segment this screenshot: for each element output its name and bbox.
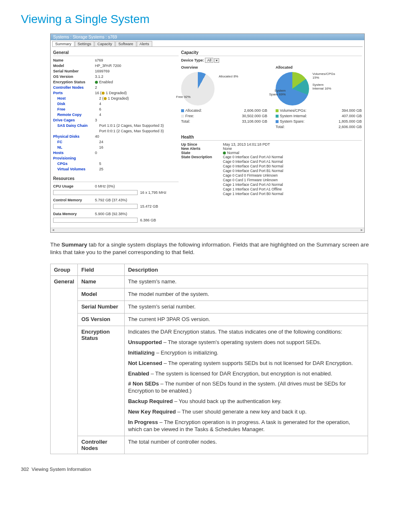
general-value: Enabled [95, 80, 179, 85]
health-value: Cage 0 Interface Card Port A0 NormalCage… [223, 155, 362, 196]
legend-name: Total: [181, 119, 190, 124]
general-key[interactable]: Provisioning [53, 156, 95, 161]
general-key[interactable]: CPGs [53, 161, 99, 167]
tab-alerts[interactable]: Alerts [137, 41, 152, 46]
general-value: 5 [99, 161, 179, 167]
device-type-select[interactable]: All [205, 58, 213, 63]
dm-right: 6.386 GB [140, 218, 156, 222]
table-field-cell: Controller Nodes [78, 436, 125, 454]
chevron-down-icon[interactable]: ▾ [214, 58, 219, 63]
table-group-cell [51, 436, 78, 454]
health-value: May 13, 2013 14:01:18 PDT [223, 142, 362, 146]
legend-value: 407.000 GB [342, 113, 362, 119]
health-key: New Alerts [181, 146, 219, 151]
table-desc-cell: The model number of the system. [125, 288, 368, 301]
general-value: 16 ( 1 Degraded) [95, 90, 179, 96]
legend-value: 1,805.000 GB [338, 119, 362, 124]
general-key[interactable]: NL [53, 145, 99, 150]
general-key[interactable]: Hosts [53, 150, 95, 156]
overview-legend: Allocated:2,606.000 GBFree:30,502.000 GB… [181, 108, 267, 124]
legend-name: System Internal: [276, 113, 307, 119]
col-description: Description [125, 264, 368, 276]
general-value: 4 [99, 112, 179, 118]
table-group-cell [51, 326, 78, 436]
general-key[interactable]: Physical Disks [53, 134, 95, 139]
general-key: Model [53, 63, 95, 69]
general-header: General [53, 49, 179, 56]
health-key: State [181, 151, 219, 155]
cpu-right: 16 x 1,795 MHz [140, 190, 166, 195]
general-key[interactable]: Ports [53, 90, 95, 96]
horizontal-scrollbar[interactable] [51, 228, 364, 232]
legend-value: 30,502.000 GB [242, 113, 267, 119]
legend-name: Allocated: [181, 108, 202, 113]
general-value: 25 [99, 167, 179, 172]
health-value: Normal [223, 151, 362, 155]
window-titlebar: Systems : Storage Systems : s769 [51, 34, 364, 40]
general-key: OS Version [53, 74, 95, 80]
general-key[interactable]: FC [53, 139, 99, 145]
tab-bar: Summary Settings Capacity Software Alert… [52, 41, 363, 47]
general-key: Name [53, 58, 95, 63]
general-value [95, 156, 179, 161]
table-field-cell: Name [78, 276, 125, 288]
cm-label: Control Memory [53, 198, 95, 203]
general-value: 24 [99, 139, 179, 145]
allocated-legend: Volumes/CPGs:394.000 GBSystem Internal:4… [276, 108, 362, 130]
health-key: Up Since [181, 142, 219, 146]
health-value: None [223, 146, 362, 151]
general-key[interactable]: Drive Cages [53, 118, 95, 123]
tab-capacity[interactable]: Capacity [95, 41, 115, 46]
general-value: HP_3PAR 7200 [95, 63, 179, 69]
alloc-pie-c-label: System Spare 69% [269, 89, 286, 96]
col-group: Group [51, 264, 78, 276]
general-key[interactable]: Disk [53, 101, 99, 107]
general-value: 40 [95, 134, 179, 139]
legend-value: 394.000 GB [342, 108, 362, 113]
table-desc-cell: Indicates the DAR Encryption status. The… [125, 326, 368, 436]
dm-value: 5.900 GB (92.38%) [95, 211, 179, 217]
resources-header: Resources [53, 175, 179, 182]
health-panel: Up SinceMay 13, 2013 14:01:18 PDTNew Ale… [181, 142, 362, 196]
general-value: 0 [95, 150, 179, 156]
cpu-value: 0 MHz (0%) [95, 184, 179, 189]
table-group-cell [51, 288, 78, 301]
general-key[interactable]: Host [53, 96, 99, 101]
table-group-cell: General [51, 276, 78, 288]
general-value: 2 ( 1 Degraded) [99, 96, 179, 101]
general-key[interactable]: Virtual Volumes [53, 167, 99, 172]
allocated-label: Allocated [276, 65, 293, 69]
general-key[interactable]: SAS Daisy Chain [53, 123, 99, 129]
general-value: 3.1.2 [95, 74, 179, 80]
overview-label: Overview [181, 65, 198, 69]
legend-value: 33,108.000 GB [242, 119, 267, 124]
alloc-pie-b-label: System Internal 16% [312, 83, 333, 90]
legend-name: Free: [181, 113, 194, 119]
device-type-label: Device Type: [181, 58, 204, 62]
tab-settings[interactable]: Settings [75, 41, 95, 46]
tab-summary[interactable]: Summary [52, 41, 74, 46]
cpu-bar [53, 190, 138, 195]
general-key[interactable]: Free [53, 107, 99, 112]
general-value: s769 [95, 58, 179, 63]
table-field-cell: Model [78, 288, 125, 301]
capacity-header: Capacity [181, 49, 362, 56]
cm-right: 15.472 GB [140, 204, 158, 208]
cpu-label: CPU Usage [53, 184, 95, 189]
legend-value: 2,606.000 GB [244, 108, 267, 113]
cm-value: 5.792 GB (37.43%) [95, 198, 179, 203]
health-key: State Description [181, 155, 219, 196]
general-key: Encryption Status [53, 80, 95, 85]
cm-bar [53, 204, 138, 209]
legend-value: 2,606.000 GB [338, 124, 362, 130]
general-key[interactable]: Controller Nodes [53, 85, 95, 90]
intro-paragraph: The Summary tab for a single system disp… [50, 241, 378, 256]
legend-name: Volumes/CPGs: [276, 108, 307, 113]
table-desc-cell: The total number of controller nodes. [125, 436, 368, 454]
general-key[interactable]: Remote Copy [53, 112, 99, 118]
tab-software[interactable]: Software [115, 41, 136, 46]
table-field-cell: Encryption Status [78, 326, 125, 436]
dm-bar [53, 218, 138, 223]
general-value: 6 [99, 107, 179, 112]
table-group-cell [51, 301, 78, 314]
